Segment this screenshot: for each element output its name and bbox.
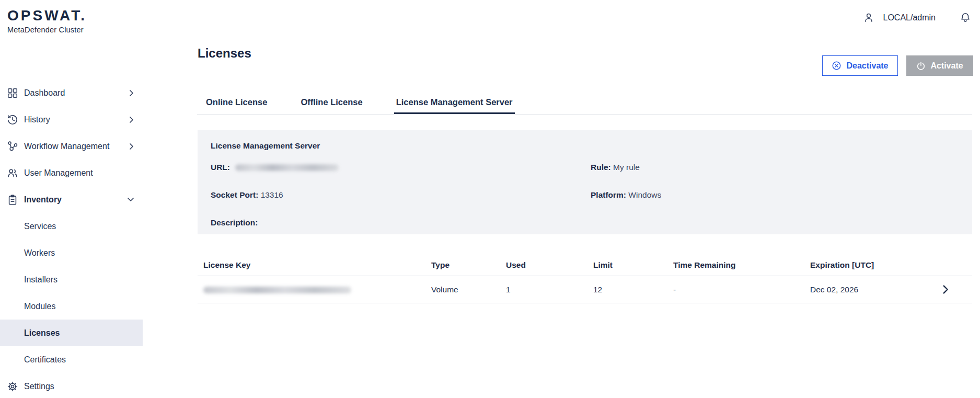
sidebar-item-inventory[interactable]: Inventory <box>0 186 143 213</box>
row-expand-chevron[interactable] <box>936 285 972 294</box>
sidebar-item-settings[interactable]: Settings <box>0 373 143 398</box>
brand-logo: OPSWAT. MetaDefender Cluster <box>7 7 87 34</box>
sidebar-item-services[interactable]: Services <box>0 213 143 240</box>
deactivate-label: Deactivate <box>846 61 888 71</box>
table-header-row: License Key Type Used Limit Time Remaini… <box>198 254 972 276</box>
description-label: Description: <box>211 218 258 227</box>
sidebar-item-certificates[interactable]: Certificates <box>0 346 143 373</box>
col-limit: Limit <box>593 260 673 270</box>
license-server-panel: License Management Server URL: Rule: My … <box>198 130 972 234</box>
history-icon <box>7 114 18 126</box>
chevron-right-icon <box>129 89 134 97</box>
sidebar-item-user-management[interactable]: User Management <box>0 160 143 186</box>
platform-value: Windows <box>628 190 661 199</box>
sidebar-item-label: Licenses <box>24 328 134 338</box>
sidebar: OPSWAT. MetaDefender Cluster Dashboard H <box>0 0 143 398</box>
activate-label: Activate <box>930 61 963 71</box>
panel-title: License Management Server <box>211 141 959 151</box>
product-name: MetaDefender Cluster <box>7 26 87 34</box>
tab-offline-license[interactable]: Offline License <box>298 97 364 114</box>
sidebar-nav: Dashboard History Workf <box>0 79 143 398</box>
sidebar-item-label: Workflow Management <box>24 142 129 151</box>
sidebar-item-modules[interactable]: Modules <box>0 293 143 320</box>
gear-icon <box>7 381 18 392</box>
opswat-logo: OPSWAT. <box>7 7 87 24</box>
limit-cell: 12 <box>593 285 673 294</box>
sidebar-item-label: Services <box>24 222 134 231</box>
table-row[interactable]: Volume 1 12 - Dec 02, 2026 <box>198 276 972 303</box>
sidebar-item-label: Dashboard <box>24 88 129 98</box>
sidebar-item-dashboard[interactable]: Dashboard <box>0 79 143 106</box>
platform-label: Platform: <box>591 190 626 199</box>
sidebar-item-workers[interactable]: Workers <box>0 240 143 266</box>
chevron-down-icon <box>127 197 134 202</box>
workflow-icon <box>7 141 18 152</box>
expiration-cell: Dec 02, 2026 <box>810 285 936 294</box>
rule-label: Rule: <box>591 163 611 172</box>
col-used: Used <box>506 260 593 270</box>
sidebar-item-installers[interactable]: Installers <box>0 266 143 293</box>
sidebar-item-label: History <box>24 115 129 124</box>
license-key-cell <box>198 285 431 294</box>
col-type: Type <box>431 260 506 270</box>
sidebar-item-label: User Management <box>24 168 134 178</box>
sidebar-item-workflow-management[interactable]: Workflow Management <box>0 133 143 160</box>
tab-online-license[interactable]: Online License <box>204 97 269 114</box>
main-content: Licenses Deactivate Activate Online Lice… <box>197 0 973 398</box>
field-url: URL: <box>211 162 591 173</box>
circled-x-icon <box>832 61 841 71</box>
sidebar-item-label: Inventory <box>24 195 127 204</box>
socket-port-value: 13316 <box>261 190 283 199</box>
chevron-right-icon <box>129 143 134 150</box>
sidebar-item-history[interactable]: History <box>0 106 143 133</box>
field-rule: Rule: My rule <box>591 162 959 173</box>
clipboard-icon <box>7 194 18 206</box>
tab-license-management-server[interactable]: License Management Server <box>394 97 515 114</box>
chevron-right-icon <box>129 116 134 123</box>
type-cell: Volume <box>431 285 506 294</box>
activate-button[interactable]: Activate <box>906 55 973 76</box>
users-icon <box>7 167 18 179</box>
url-value-redacted <box>235 164 339 171</box>
deactivate-button[interactable]: Deactivate <box>822 55 898 76</box>
sidebar-item-label: Installers <box>24 275 134 285</box>
url-label: URL: <box>211 163 230 172</box>
used-cell: 1 <box>506 285 593 294</box>
field-platform: Platform: Windows <box>591 190 959 200</box>
sidebar-item-label: Certificates <box>24 355 134 365</box>
power-icon <box>916 61 926 71</box>
field-socket-port: Socket Port: 13316 <box>211 190 591 200</box>
panel-fields: URL: Rule: My rule Socket Port: 13316 Pl… <box>211 162 959 228</box>
col-license-key: License Key <box>198 260 431 270</box>
col-expiration: Expiration [UTC] <box>810 260 936 270</box>
license-table: License Key Type Used Limit Time Remaini… <box>198 254 972 303</box>
field-description: Description: <box>211 218 591 228</box>
socket-port-label: Socket Port: <box>211 190 258 199</box>
time-remaining-cell: - <box>673 285 810 294</box>
sidebar-item-licenses[interactable]: Licenses <box>0 320 143 346</box>
license-key-redacted <box>203 287 351 293</box>
license-tabs: Online License Offline License License M… <box>197 97 972 115</box>
dashboard-icon <box>7 87 18 99</box>
sidebar-item-label: Workers <box>24 248 134 258</box>
col-time-remaining: Time Remaining <box>673 260 810 270</box>
rule-value: My rule <box>613 163 640 172</box>
sidebar-item-label: Settings <box>24 382 134 391</box>
sidebar-item-label: Modules <box>24 302 134 311</box>
page-title: Licenses <box>198 46 251 61</box>
page-actions: Deactivate Activate <box>822 55 973 76</box>
